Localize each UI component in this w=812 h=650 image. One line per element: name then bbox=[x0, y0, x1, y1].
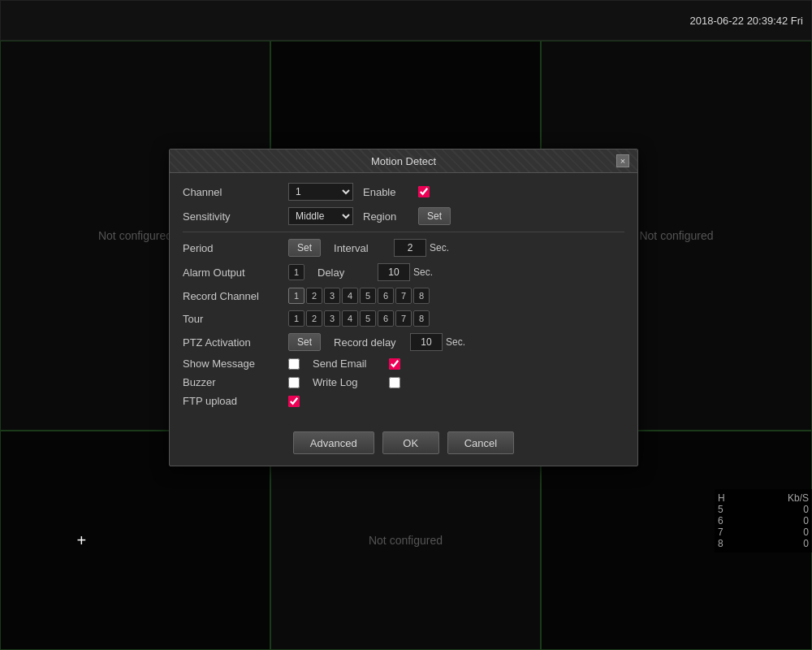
send-email-checkbox[interactable] bbox=[389, 358, 400, 370]
advanced-button[interactable]: Advanced bbox=[293, 431, 374, 454]
tour-label: Tour bbox=[183, 313, 288, 325]
record-channel-label: Record Channel bbox=[183, 290, 288, 302]
alarm-output-row: Alarm Output 1 Delay Sec. bbox=[183, 263, 624, 281]
stats-row-3-val: 0 bbox=[803, 526, 809, 538]
ok-button[interactable]: OK bbox=[382, 431, 439, 454]
record-ch-7[interactable]: 7 bbox=[395, 288, 412, 304]
region-set-button[interactable]: Set bbox=[418, 207, 451, 225]
interval-unit: Sec. bbox=[430, 242, 449, 254]
enable-checkbox[interactable] bbox=[418, 186, 430, 197]
dialog-close-button[interactable]: × bbox=[616, 154, 629, 167]
period-row: Period Set Interval Sec. bbox=[183, 239, 624, 257]
stats-row-4-val: 0 bbox=[803, 538, 809, 549]
cancel-button[interactable]: Cancel bbox=[447, 431, 514, 454]
alarm-output-btn[interactable]: 1 bbox=[288, 264, 304, 280]
tour-ch-2[interactable]: 2 bbox=[306, 310, 322, 327]
divider-1 bbox=[183, 232, 624, 232]
tour-ch-5[interactable]: 5 bbox=[360, 310, 376, 327]
record-ch-3[interactable]: 3 bbox=[324, 288, 340, 304]
alarm-output-label: Alarm Output bbox=[183, 266, 288, 279]
channel-row: Channel 1 Enable bbox=[183, 183, 624, 201]
record-ch-6[interactable]: 6 bbox=[378, 288, 394, 304]
channel-select[interactable]: 1 bbox=[288, 183, 353, 201]
ptz-label: PTZ Activation bbox=[183, 336, 288, 349]
motion-detect-dialog: Motion Detect × Channel 1 Enable Sensiti… bbox=[169, 149, 638, 466]
ptz-row: PTZ Activation Set Record delay Sec. bbox=[183, 333, 624, 351]
channel-label: Channel bbox=[183, 186, 288, 198]
tour-ch-4[interactable]: 4 bbox=[342, 310, 358, 327]
record-channel-row: Record Channel 1 2 3 4 5 6 7 8 bbox=[183, 288, 624, 304]
record-ch-8[interactable]: 8 bbox=[413, 288, 430, 304]
ftp-checkbox[interactable] bbox=[288, 396, 300, 407]
stats-row-4-ch: 8 bbox=[718, 538, 723, 549]
dialog-footer: Advanced OK Cancel bbox=[170, 423, 637, 466]
record-ch-5[interactable]: 5 bbox=[360, 288, 376, 304]
alarm-output-value: 1 bbox=[294, 267, 299, 277]
region-label: Region bbox=[353, 210, 418, 223]
ftp-label: FTP upload bbox=[183, 395, 288, 407]
stats-row-1-ch: 5 bbox=[718, 504, 723, 515]
record-delay-input[interactable] bbox=[410, 333, 443, 351]
camera-label-3: Not configured bbox=[369, 534, 443, 547]
tour-ch-8[interactable]: 8 bbox=[413, 310, 430, 327]
ptz-set-button[interactable]: Set bbox=[288, 333, 321, 351]
delay-label: Delay bbox=[304, 266, 378, 279]
record-channel-buttons: 1 2 3 4 5 6 7 8 bbox=[288, 288, 430, 304]
stats-row-2-ch: 6 bbox=[718, 515, 723, 526]
tour-ch-7[interactable]: 7 bbox=[395, 310, 412, 327]
stats-row-1-val: 0 bbox=[803, 504, 809, 515]
show-message-row: Show Message Send Email bbox=[183, 358, 624, 370]
record-ch-4[interactable]: 4 bbox=[342, 288, 358, 304]
stats-header-val: Kb/S bbox=[788, 492, 809, 504]
stats-panel: H Kb/S 5 0 6 0 7 0 8 0 bbox=[715, 489, 812, 552]
record-ch-2[interactable]: 2 bbox=[306, 288, 322, 304]
tour-ch-6[interactable]: 6 bbox=[378, 310, 394, 327]
delay-unit: Sec. bbox=[413, 266, 433, 278]
tour-ch-1[interactable]: 1 bbox=[288, 310, 304, 327]
sensitivity-row: Sensitivity Middle Low High Region Set bbox=[183, 207, 624, 225]
record-delay-unit: Sec. bbox=[446, 336, 465, 348]
dialog-body: Channel 1 Enable Sensitivity Middle Low … bbox=[170, 173, 637, 423]
buzzer-checkbox[interactable] bbox=[288, 377, 300, 388]
tour-ch-3[interactable]: 3 bbox=[324, 310, 340, 327]
tour-row: Tour 1 2 3 4 5 6 7 8 bbox=[183, 310, 624, 327]
buzzer-row: Buzzer Write Log bbox=[183, 376, 624, 388]
delay-input[interactable] bbox=[378, 263, 410, 281]
sensitivity-label: Sensitivity bbox=[183, 210, 288, 223]
interval-label: Interval bbox=[321, 242, 394, 254]
camera-label-2: Not configured bbox=[639, 229, 713, 242]
dialog-titlebar: Motion Detect × bbox=[170, 150, 637, 173]
camera-label-1: Not configured bbox=[98, 229, 172, 242]
stats-row-2-val: 0 bbox=[803, 515, 809, 526]
record-delay-label: Record delay bbox=[321, 336, 410, 349]
show-message-checkbox[interactable] bbox=[288, 358, 300, 370]
write-log-checkbox[interactable] bbox=[389, 377, 400, 388]
ftp-row: FTP upload bbox=[183, 395, 624, 407]
interval-input[interactable] bbox=[394, 239, 426, 257]
sensitivity-select[interactable]: Middle Low High bbox=[288, 207, 353, 225]
period-set-button[interactable]: Set bbox=[288, 239, 321, 257]
stats-row-3-ch: 7 bbox=[718, 526, 723, 538]
send-email-label: Send Email bbox=[300, 358, 389, 370]
period-label: Period bbox=[183, 242, 288, 254]
write-log-label: Write Log bbox=[300, 376, 389, 388]
datetime-display: 2018-06-22 20:39:42 Fri bbox=[690, 15, 803, 27]
buzzer-label: Buzzer bbox=[183, 376, 288, 388]
show-message-label: Show Message bbox=[183, 358, 288, 370]
add-camera-icon: + bbox=[76, 531, 86, 550]
tour-buttons: 1 2 3 4 5 6 7 8 bbox=[288, 310, 430, 327]
stats-header-ch: H bbox=[718, 492, 725, 504]
enable-label: Enable bbox=[353, 186, 418, 198]
record-ch-1[interactable]: 1 bbox=[288, 288, 304, 304]
dialog-title: Motion Detect bbox=[191, 155, 616, 167]
